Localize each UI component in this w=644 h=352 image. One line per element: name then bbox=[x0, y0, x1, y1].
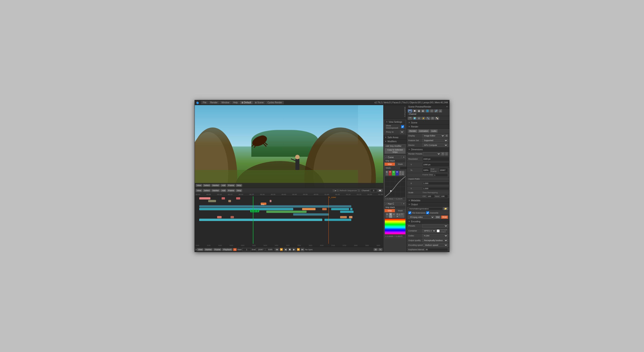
rt-pose-btn[interactable]: 🦴 bbox=[435, 117, 439, 120]
safe-areas-header[interactable]: Safe Areas bbox=[384, 136, 406, 140]
menu-render[interactable]: Render bbox=[208, 101, 220, 104]
seq-frame-btn[interactable]: Frame bbox=[227, 189, 235, 192]
view-settings-header[interactable]: View Settings bbox=[384, 120, 406, 124]
codec-dropdown[interactable]: H.264 bbox=[422, 234, 448, 238]
frame-btn[interactable]: Frame bbox=[227, 184, 235, 187]
select-btn[interactable]: Select bbox=[203, 184, 211, 187]
tb-record[interactable]: ● bbox=[233, 248, 236, 251]
rt-world-btn[interactable]: 🌐 bbox=[425, 109, 430, 112]
ch-g-btn[interactable]: G bbox=[392, 171, 395, 176]
show-overexposed-check[interactable] bbox=[401, 125, 404, 128]
enc-speed-dropdown[interactable]: Medium speed bbox=[424, 243, 448, 247]
hue-mask-tab[interactable]: Mask bbox=[395, 209, 406, 212]
strip-mack-1[interactable]: Strip bbox=[261, 202, 266, 205]
btn-jump-end[interactable]: ⏭ bbox=[301, 248, 304, 251]
scene-section-header[interactable]: Scene bbox=[407, 121, 449, 125]
res-pct-input[interactable] bbox=[422, 168, 430, 172]
hue-menu-btn[interactable]: ⋮ bbox=[400, 202, 402, 205]
output-header[interactable]: Output bbox=[407, 202, 449, 207]
seq-view-btn[interactable]: View bbox=[196, 189, 202, 192]
autosplit-check[interactable] bbox=[437, 230, 440, 232]
feature-set-dropdown[interactable]: Supported bbox=[422, 139, 448, 142]
device-dropdown[interactable]: GPU Compute bbox=[422, 143, 448, 147]
btn-prev[interactable]: ⏪ bbox=[280, 248, 283, 251]
presets-dropdown[interactable] bbox=[423, 152, 441, 156]
aspect-y[interactable] bbox=[422, 187, 449, 190]
output-path-input[interactable] bbox=[408, 207, 442, 210]
res-x-input[interactable] bbox=[422, 157, 449, 161]
container-dropdown[interactable]: MPEG-4 bbox=[422, 229, 436, 232]
dimensions-header[interactable]: Dimensions bbox=[407, 148, 449, 152]
rt-world2-btn[interactable]: 🌍 bbox=[412, 117, 417, 120]
ch-c-btn[interactable]: C bbox=[386, 171, 388, 176]
end-frame[interactable] bbox=[439, 168, 448, 172]
v-btn[interactable]: V bbox=[392, 213, 396, 218]
quality-dropdown[interactable]: Perceptually lossless bbox=[422, 238, 448, 242]
mask-tab[interactable]: Mask bbox=[395, 162, 406, 166]
proxy-dropdown[interactable]: No proxy, full re bbox=[400, 130, 404, 134]
rt-constraint-btn[interactable]: 🔗 bbox=[434, 109, 438, 112]
enc-presets-dropdown[interactable] bbox=[422, 224, 448, 228]
curve-menu-btn[interactable]: ⋮ bbox=[400, 156, 402, 158]
rt-camera-btn[interactable]: 📷 bbox=[408, 109, 412, 112]
seq-add-btn[interactable]: Add bbox=[220, 189, 226, 192]
tab-default[interactable]: ⊞ Default bbox=[240, 101, 253, 104]
tab-scene[interactable]: ⊞ Scene bbox=[253, 101, 266, 104]
viewport[interactable]: View Select Marker Add Frame Strip bbox=[195, 105, 383, 188]
rt-obj-btn[interactable]: ⬡ bbox=[430, 109, 434, 112]
frame-step-input[interactable] bbox=[433, 174, 448, 177]
rt-texture-btn[interactable]: ▦ bbox=[421, 109, 425, 112]
render-still-btn[interactable]: Animation bbox=[418, 130, 429, 132]
tab-cycles[interactable]: Cycles Render bbox=[266, 101, 284, 104]
btn-play[interactable]: ▶ bbox=[292, 248, 296, 251]
add-strip-modifier-btn[interactable]: Add Strip Modifier bbox=[384, 144, 406, 148]
bw-btn[interactable]: BW bbox=[435, 216, 441, 219]
curve-close-btn[interactable]: ✕ bbox=[403, 156, 405, 158]
end-frame-input[interactable] bbox=[256, 248, 265, 251]
view-btn[interactable]: View bbox=[196, 184, 202, 187]
ch-b-btn[interactable]: B bbox=[396, 171, 399, 176]
hue-extra-btn[interactable]: ⊙ △ ☐ ✕ bbox=[396, 213, 404, 218]
res-y-input[interactable] bbox=[422, 162, 449, 167]
output-folder-btn[interactable]: 📁 bbox=[443, 207, 448, 210]
rt-anim-btn[interactable]: ⏱ bbox=[431, 117, 434, 120]
btn-play-rev[interactable]: ◀ bbox=[284, 248, 287, 251]
tb-frame[interactable]: Frame bbox=[213, 248, 222, 251]
menu-file[interactable]: File bbox=[201, 101, 208, 104]
menu-window[interactable]: Window bbox=[220, 101, 232, 104]
rgb-btn[interactable]: RGB bbox=[441, 216, 448, 219]
start-frame-input[interactable] bbox=[242, 248, 251, 251]
rt-scene-btn[interactable]: 🎬 bbox=[408, 117, 412, 120]
encoding-header[interactable]: Encoding bbox=[407, 220, 449, 224]
tb-keying[interactable]: ✎ bbox=[378, 248, 382, 251]
btn-next[interactable]: ⏩ bbox=[296, 248, 300, 251]
render-audio-btn[interactable]: Audio bbox=[430, 130, 438, 132]
seq-strip-btn[interactable]: Strip bbox=[236, 189, 242, 192]
copy-to-selected-btn[interactable]: Copy to Selected Strips bbox=[384, 148, 406, 154]
modifiers-header[interactable]: Modifiers bbox=[384, 140, 406, 144]
strip-tab[interactable]: Strip bbox=[384, 162, 395, 166]
aspect-x[interactable] bbox=[422, 182, 449, 185]
render-anim-btn[interactable]: Render bbox=[408, 130, 417, 132]
rt-data-btn[interactable]: △ bbox=[439, 109, 442, 112]
rt-modifiers-btn[interactable]: 🔧 bbox=[426, 117, 430, 120]
display-dropdown[interactable]: Image Editor bbox=[422, 134, 445, 138]
tb-view[interactable]: View bbox=[197, 248, 204, 251]
hue-strip-tab[interactable]: Strip bbox=[384, 209, 395, 212]
clip-cyan[interactable] bbox=[199, 208, 293, 210]
h-btn[interactable]: H bbox=[386, 213, 389, 218]
btn-stop[interactable]: ⏹ bbox=[288, 248, 292, 251]
marker-btn[interactable]: Marker bbox=[211, 184, 220, 187]
file-ext-check[interactable] bbox=[408, 211, 411, 214]
seq-opts-btn[interactable]: 🔲 bbox=[378, 189, 382, 192]
seq-marker-btn[interactable]: Marker bbox=[211, 189, 220, 192]
strip-btn[interactable]: Strip bbox=[236, 184, 242, 187]
color-picker[interactable] bbox=[385, 219, 406, 234]
presets-del-btn[interactable]: - bbox=[445, 152, 448, 156]
seq-select-btn[interactable]: Select bbox=[203, 189, 211, 192]
add-btn[interactable]: Add bbox=[220, 184, 226, 187]
metadata-header[interactable]: Metadata bbox=[407, 198, 449, 202]
rt-physics-btn[interactable]: ⚡ bbox=[421, 117, 426, 120]
keyframe-input[interactable] bbox=[425, 248, 448, 251]
time-old[interactable] bbox=[427, 195, 434, 198]
